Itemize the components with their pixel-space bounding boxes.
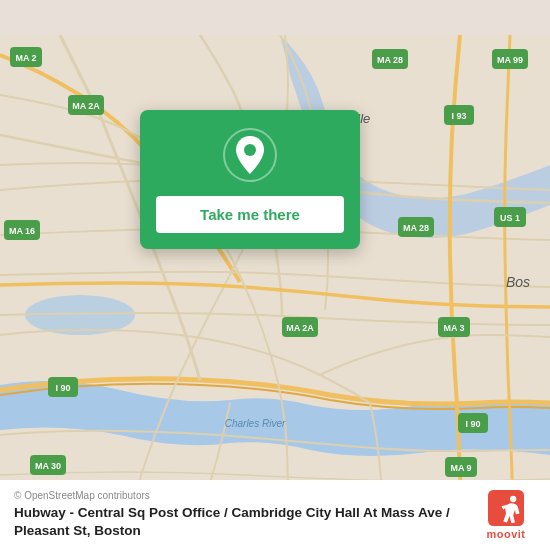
moovit-icon — [488, 490, 524, 526]
svg-text:I 93: I 93 — [451, 111, 466, 121]
svg-text:MA 9: MA 9 — [450, 463, 471, 473]
map-container: MA 2 MA 2A MA 16 I 90 MA 30 MA 28 MA 99 … — [0, 0, 550, 550]
take-me-there-button[interactable]: Take me there — [156, 196, 344, 233]
svg-text:Charles River: Charles River — [225, 418, 286, 429]
svg-text:MA 3: MA 3 — [443, 323, 464, 333]
svg-text:MA 2A: MA 2A — [286, 323, 314, 333]
svg-text:MA 28: MA 28 — [403, 223, 429, 233]
svg-point-36 — [510, 496, 516, 502]
bottom-text-area: © OpenStreetMap contributors Hubway - Ce… — [14, 490, 462, 540]
svg-text:I 90: I 90 — [465, 419, 480, 429]
svg-text:US 1: US 1 — [500, 213, 520, 223]
svg-text:MA 2: MA 2 — [15, 53, 36, 63]
osm-credit: © OpenStreetMap contributors — [14, 490, 462, 501]
map-background: MA 2 MA 2A MA 16 I 90 MA 30 MA 28 MA 99 … — [0, 0, 550, 550]
location-card: Take me there — [140, 110, 360, 249]
svg-point-34 — [244, 144, 256, 156]
map-pin-icon — [223, 128, 277, 182]
svg-text:MA 30: MA 30 — [35, 461, 61, 471]
svg-text:MA 28: MA 28 — [377, 55, 403, 65]
svg-text:Bos: Bos — [506, 274, 530, 290]
svg-text:MA 99: MA 99 — [497, 55, 523, 65]
location-name: Hubway - Central Sq Post Office / Cambri… — [14, 504, 462, 540]
svg-text:I 90: I 90 — [55, 383, 70, 393]
moovit-label: moovit — [486, 528, 525, 540]
bottom-bar: © OpenStreetMap contributors Hubway - Ce… — [0, 480, 550, 550]
svg-text:MA 2A: MA 2A — [72, 101, 100, 111]
moovit-logo: moovit — [476, 490, 536, 540]
svg-text:MA 16: MA 16 — [9, 226, 35, 236]
